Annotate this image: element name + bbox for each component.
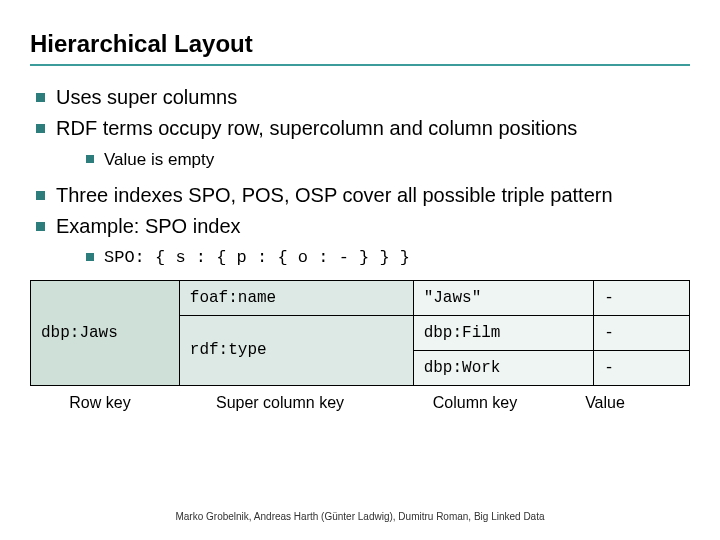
slide: Hierarchical Layout Uses super columns R… bbox=[0, 0, 720, 540]
object-cell: dbp:Work bbox=[413, 350, 594, 385]
title-rule bbox=[30, 64, 690, 66]
label-columnkey: Column key bbox=[390, 394, 560, 412]
sub-bullet-item: Value is empty bbox=[82, 148, 690, 172]
object-cell: dbp:Film bbox=[413, 315, 594, 350]
bullet-item: Example: SPO index SPO: { s : { p : { o … bbox=[30, 213, 690, 270]
column-labels: Row key Super column key Column key Valu… bbox=[30, 394, 690, 412]
spo-diagram: dbp:Jaws foaf:name "Jaws" - rdf:type dbp… bbox=[30, 280, 690, 412]
bullet-item: RDF terms occupy row, supercolumn and co… bbox=[30, 115, 690, 172]
label-supercolumn: Super column key bbox=[170, 394, 390, 412]
label-rowkey: Row key bbox=[30, 394, 170, 412]
value-cell: - bbox=[594, 280, 690, 315]
bullet-item: Three indexes SPO, POS, OSP cover all po… bbox=[30, 182, 690, 209]
bullet-text: RDF terms occupy row, supercolumn and co… bbox=[56, 117, 577, 139]
bullet-text: Example: SPO index bbox=[56, 215, 241, 237]
label-value: Value bbox=[560, 394, 650, 412]
rowkey-cell: dbp:Jaws bbox=[31, 280, 180, 385]
sub-list: Value is empty bbox=[82, 148, 690, 172]
bullet-item: Uses super columns bbox=[30, 84, 690, 111]
predicate-cell: foaf:name bbox=[179, 280, 413, 315]
value-cell: - bbox=[594, 350, 690, 385]
footer-credits: Marko Grobelnik, Andreas Harth (Günter L… bbox=[0, 511, 720, 522]
object-cell: "Jaws" bbox=[413, 280, 594, 315]
predicate-cell: rdf:type bbox=[179, 315, 413, 385]
spo-table: dbp:Jaws foaf:name "Jaws" - rdf:type dbp… bbox=[30, 280, 690, 386]
page-title: Hierarchical Layout bbox=[30, 30, 690, 58]
value-cell: - bbox=[594, 315, 690, 350]
table-row: dbp:Jaws foaf:name "Jaws" - bbox=[31, 280, 690, 315]
sub-list: SPO: { s : { p : { o : - } } } bbox=[82, 246, 690, 270]
sub-bullet-item: SPO: { s : { p : { o : - } } } bbox=[82, 246, 690, 270]
bullet-list: Uses super columns RDF terms occupy row,… bbox=[30, 84, 690, 270]
